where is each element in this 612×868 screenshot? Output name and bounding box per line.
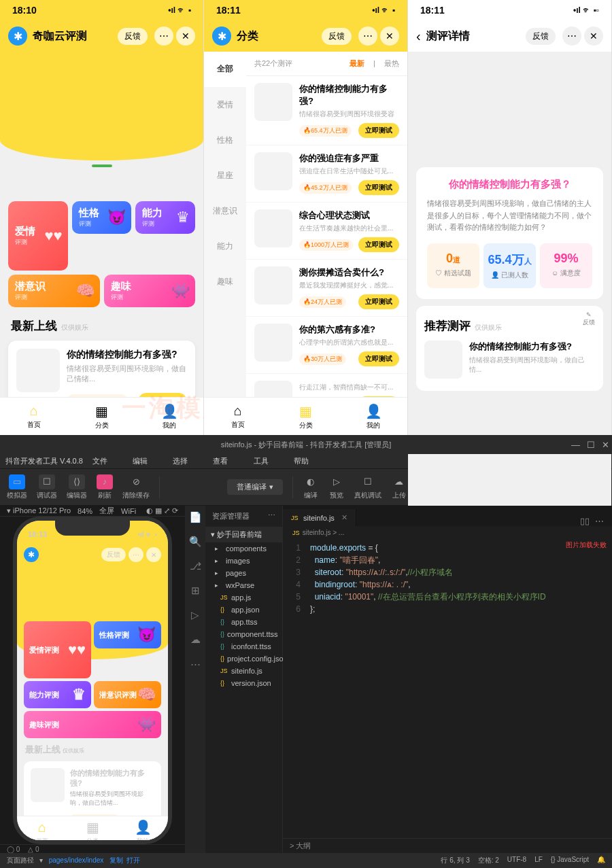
tab-首页[interactable]: ⌂首页 [0, 398, 68, 435]
toolbar-清除缓存[interactable]: ⊘清除缓存 [122, 474, 150, 500]
menu-item[interactable]: 帮助 [294, 456, 309, 466]
tab-分类[interactable]: ▦分类 [68, 398, 136, 435]
tab-我的[interactable]: 👤我的 [135, 398, 203, 435]
toolbar-调试器[interactable]: ☐调试器 [37, 474, 57, 500]
close-icon[interactable]: ✕ [584, 27, 603, 46]
drag-handle-icon[interactable] [92, 164, 112, 167]
file-item[interactable]: {}version.json [205, 677, 282, 689]
category-tile[interactable]: 趣味评测👾 [104, 275, 196, 307]
simulator-panel: ▾ iPhone 12/12 Pro 84% 全屏 WiFi ◐ ▦ ⤢ ⟳ 1… [0, 506, 185, 853]
category-tile[interactable]: 爱情评测♥♥ [24, 621, 91, 678]
sidebar-item[interactable]: 潜意识 [204, 193, 246, 228]
category-tile[interactable]: 性格评测😈 [94, 621, 161, 648]
sidebar-item[interactable]: 能力 [204, 228, 246, 264]
sidebar-item[interactable]: 星座 [204, 158, 246, 193]
category-tile[interactable]: 潜意识评测🧠 [94, 681, 161, 708]
compile-mode-select[interactable]: 普通编译 ▾ [227, 479, 282, 495]
explorer-panel: 资源管理器⋯ ▾ 妙手回春前端 ▸components▸images▸pages… [205, 506, 283, 853]
activity-icon[interactable]: ⎇ [190, 560, 201, 572]
sidebar-item[interactable]: 全部 [204, 52, 246, 87]
file-item[interactable]: {}iconfont.ttss [205, 640, 282, 653]
activity-icon[interactable]: ☁ [190, 633, 201, 646]
quiz-title: 你的情绪控制能力有多强？ [427, 178, 592, 191]
activity-icon[interactable]: ⋯ [190, 658, 201, 670]
file-item[interactable]: ▸wxParse [205, 579, 282, 591]
file-item[interactable]: {}app.json [205, 604, 282, 616]
menu-item[interactable]: 工具 [254, 456, 269, 466]
toolbar-刷新[interactable]: ♪刷新 [97, 474, 113, 500]
close-window-icon[interactable]: ✕ [602, 440, 609, 450]
file-item[interactable]: ▸images [205, 555, 282, 567]
quiz-desc: 情绪很容易受到周围环境影响，做自己情绪的主人是很多人的目标，每个人管理情绪能力不… [427, 198, 592, 234]
category-sidebar: 全部爱情性格星座潜意识能力趣味 [204, 52, 246, 435]
toolbar-编译[interactable]: ◐编译 [303, 474, 319, 500]
toolbar-模拟器[interactable]: ▭模拟器 [7, 474, 27, 500]
tab-首页[interactable]: ⌂首页 [17, 816, 67, 844]
file-item[interactable]: {}component.ttss [205, 628, 282, 640]
tab-分类[interactable]: ▦分类 [272, 398, 340, 435]
menu-item[interactable]: 文件 [92, 456, 107, 466]
activity-icon[interactable]: 📄 [189, 511, 202, 523]
feedback-icon[interactable]: ✎反馈 [583, 311, 595, 327]
tab-我的[interactable]: 👤我的 [118, 816, 168, 844]
tab-首页[interactable]: ⌂首页 [204, 398, 272, 435]
activity-icon[interactable]: 🔍 [189, 536, 202, 548]
quiz-row[interactable]: 测你摆摊适合卖什么?最近我发现摆摊挺好火，感觉...🔥24万人已测立即测试 [246, 260, 407, 317]
split-editor-icon[interactable]: ▯▯ [580, 516, 590, 526]
file-item[interactable]: ▸pages [205, 567, 282, 579]
maximize-icon[interactable]: ☐ [587, 440, 595, 450]
more-icon[interactable]: ⋯ [358, 27, 377, 46]
start-button[interactable]: 立即测试 [358, 294, 399, 309]
toolbar-真机调试[interactable]: ☐真机调试 [354, 474, 381, 500]
quiz-row[interactable]: 综合心理状态测试在生活节奏越来越快的社会里...🔥1000万人已测立即测试 [246, 203, 407, 260]
sidebar-item[interactable]: 爱情 [204, 87, 246, 122]
quiz-row[interactable]: 你的情绪控制能力有多强?情绪很容易受到周围环境很受容🔥65.4万人已测立即测试 [246, 76, 407, 145]
outline-section[interactable]: > 大纲 [283, 838, 612, 853]
category-tile[interactable]: 爱情评测♥♥ [8, 201, 68, 271]
sidebar-item[interactable]: 趣味 [204, 264, 246, 299]
toolbar-上传[interactable]: ☁上传 [391, 474, 407, 500]
close-icon[interactable]: ✕ [176, 27, 195, 46]
quiz-row[interactable]: 你的强迫症有多严重强迫症在日常生活中随处可见...🔥45.2万人已测立即测试 [246, 145, 407, 203]
app-logo-icon: ✱ [212, 27, 231, 46]
menu-item[interactable]: 查看 [213, 456, 228, 466]
activity-icon[interactable]: ▷ [191, 609, 199, 621]
start-button[interactable]: 立即测试 [358, 237, 399, 252]
tab-分类[interactable]: ▦分类 [67, 816, 118, 844]
file-item[interactable]: {}project.config.json [205, 653, 282, 665]
tab-我的[interactable]: 👤我的 [339, 398, 407, 435]
sidebar-item[interactable]: 性格 [204, 122, 246, 158]
start-button[interactable]: 立即测试 [358, 351, 399, 366]
start-button[interactable]: 立即测试 [358, 180, 399, 195]
sort-newest[interactable]: 最新 [350, 59, 364, 67]
file-item[interactable]: JSapp.js [205, 591, 282, 604]
quiz-row[interactable]: 你的第六感有多准?心理学中的所谓第六感也就是...🔥30万人已测立即测试 [246, 317, 407, 374]
category-tile[interactable]: 趣味评测👾 [24, 711, 161, 738]
page-title: 奇咖云评测 [33, 29, 118, 44]
more-editor-icon[interactable]: ⋯ [595, 516, 604, 526]
file-item[interactable]: ▸components [205, 542, 282, 555]
category-tile[interactable]: 能力评测♛ [24, 681, 91, 708]
stat-box: 99%☺ 满意度 [540, 243, 592, 288]
more-icon[interactable]: ⋯ [562, 27, 581, 46]
menu-item[interactable]: 编辑 [133, 456, 148, 466]
menu-item[interactable]: 选择 [173, 456, 188, 466]
category-tile[interactable]: 性格评测😈 [72, 201, 132, 234]
category-tile[interactable]: 能力评测♛ [135, 201, 195, 234]
file-item[interactable]: {}app.ttss [205, 616, 282, 628]
header: ✱ 奇咖云评测 反馈 ⋯ ✕ [0, 20, 203, 52]
close-icon[interactable]: ✕ [380, 27, 399, 46]
close-tab-icon[interactable]: ✕ [341, 513, 347, 522]
category-tile[interactable]: 潜意识评测🧠 [8, 275, 100, 307]
toolbar-编辑器[interactable]: ⟨⟩编辑器 [67, 474, 87, 500]
back-icon[interactable]: ‹ [416, 29, 421, 44]
more-icon[interactable]: ⋯ [154, 27, 173, 46]
activity-icon[interactable]: ⊞ [191, 585, 200, 597]
file-item[interactable]: JSsiteinfo.js [205, 665, 282, 677]
start-button[interactable]: 立即测试 [358, 123, 399, 138]
sort-hottest[interactable]: 最热 [384, 59, 399, 67]
editor-tab[interactable]: JSsiteinfo.js✕ [283, 509, 356, 526]
minimize-icon[interactable]: — [571, 440, 580, 450]
toolbar-预览[interactable]: ▷预览 [328, 474, 345, 500]
feedback-chip[interactable]: 反馈 [118, 28, 148, 45]
